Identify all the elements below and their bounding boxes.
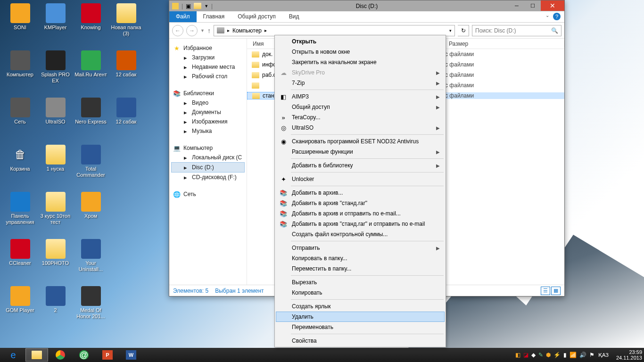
- menu-item[interactable]: ◎UltraISO▶: [276, 123, 445, 133]
- tab-share[interactable]: Общий доступ: [231, 11, 282, 22]
- recent-dropdown-icon[interactable]: ▼: [200, 28, 205, 33]
- nav-network-header[interactable]: 🌐Сеть: [171, 189, 245, 199]
- desktop-icon[interactable]: Total Commander: [73, 144, 108, 184]
- system-tray[interactable]: ◧ ◪ ◆ ✎ ⬢ ⚡ ▮ 📶 🔊 ⚑: [515, 352, 594, 358]
- menu-item[interactable]: Закрепить на начальном экране: [276, 57, 445, 67]
- taskbar-explorer[interactable]: [25, 348, 48, 362]
- nav-item[interactable]: ▸Disc (D:): [171, 162, 245, 173]
- breadcrumb-computer[interactable]: Компьютер: [232, 27, 262, 34]
- nav-computer-header[interactable]: 💻Компьютер: [171, 143, 245, 153]
- nav-item[interactable]: ▸Недавние места: [171, 62, 245, 72]
- refresh-button[interactable]: ↻: [458, 25, 469, 36]
- menu-item[interactable]: Открыть в новом окне: [276, 47, 445, 57]
- menu-item[interactable]: 📚Добавить в архив...: [276, 188, 445, 198]
- menu-item[interactable]: Открыть: [276, 36, 445, 47]
- desktop-icon[interactable]: Nero Express: [73, 97, 108, 137]
- menu-item[interactable]: 📚Добавить в архив и отправить по e-mail.…: [276, 208, 445, 219]
- menu-item[interactable]: ◉Сканировать программой ESET NOD32 Antiv…: [276, 136, 445, 147]
- tray-icon[interactable]: ▮: [563, 352, 567, 358]
- nav-item[interactable]: ▸Документы: [171, 107, 245, 117]
- menu-item[interactable]: Переименовать: [276, 322, 445, 332]
- desktop-icon[interactable]: KMPlayer: [38, 2, 73, 42]
- taskbar-chrome[interactable]: [49, 348, 72, 362]
- nav-item[interactable]: ▸Музыка: [171, 126, 245, 136]
- menu-item[interactable]: 7-Zip▶: [276, 78, 445, 88]
- desktop-icon[interactable]: Панель управления: [2, 191, 38, 231]
- desktop-icon[interactable]: 12 сабак: [108, 49, 144, 90]
- menu-item[interactable]: 📚Добавить в архив "станд.rar": [276, 198, 445, 208]
- desktop-icon[interactable]: Новая папка (3): [108, 2, 144, 42]
- nav-item[interactable]: ▸Рабочий стол: [171, 72, 245, 81]
- desktop-icon[interactable]: Splash PRO EX: [38, 49, 73, 90]
- search-icon[interactable]: 🔍: [551, 27, 558, 34]
- tray-icon[interactable]: ◆: [531, 352, 536, 358]
- desktop-icon[interactable]: 3 курс 10топ тест: [38, 191, 73, 231]
- desktop-icon[interactable]: CCleaner: [2, 238, 38, 278]
- menu-item[interactable]: Удалить: [276, 312, 445, 322]
- desktop-icon[interactable]: UltraISO: [38, 97, 73, 137]
- ribbon-expand-icon[interactable]: ⌄: [545, 13, 549, 20]
- desktop-icon[interactable]: 100PHOTO: [38, 238, 73, 278]
- desktop-icon[interactable]: Medal Of Honor 201...: [73, 285, 108, 325]
- menu-item[interactable]: Общий доступ▶: [276, 102, 445, 112]
- menu-item[interactable]: 📚Добавить в архив "станд.rar" и отправит…: [276, 219, 445, 229]
- tray-icon[interactable]: ✎: [538, 352, 543, 358]
- menu-item[interactable]: Свойства: [276, 336, 445, 346]
- address-bar[interactable]: ▸ Компьютер ▸ ▾: [214, 25, 455, 36]
- column-size[interactable]: Размер: [445, 41, 564, 47]
- nav-item[interactable]: ▸Загрузки: [171, 53, 245, 62]
- tray-flag-icon[interactable]: ⚑: [589, 352, 594, 358]
- desktop-icon[interactable]: Mail.Ru Агент: [73, 49, 108, 90]
- tray-icon[interactable]: ⬢: [546, 352, 551, 358]
- qat-icon[interactable]: [172, 3, 179, 9]
- close-button[interactable]: ✕: [541, 0, 564, 11]
- menu-item[interactable]: Создать файл контрольной суммы...: [276, 229, 445, 239]
- titlebar[interactable]: | ▣ ▼ | Disc (D:) ─ ☐ ✕: [169, 0, 564, 11]
- desktop-icon[interactable]: 12 сабак: [108, 97, 144, 137]
- help-icon[interactable]: ?: [553, 13, 561, 20]
- desktop-icon[interactable]: Your Uninstall...: [73, 238, 108, 278]
- nav-item[interactable]: ▸Видео: [171, 98, 245, 107]
- qat-props-icon[interactable]: ▣: [186, 3, 191, 9]
- maximize-button[interactable]: ☐: [525, 0, 541, 11]
- tab-file[interactable]: Файл: [169, 11, 197, 22]
- desktop-icon[interactable]: 2: [38, 285, 73, 325]
- up-button[interactable]: ↑: [207, 27, 211, 34]
- tray-icon[interactable]: ◪: [523, 352, 528, 358]
- search-box[interactable]: Поиск: Disc (D:) 🔍: [472, 25, 561, 36]
- minimize-button[interactable]: ─: [509, 0, 525, 11]
- addr-dropdown-icon[interactable]: ▾: [449, 28, 452, 33]
- view-details-button[interactable]: ☰: [541, 287, 550, 295]
- nav-favorites-header[interactable]: ★Избранное: [171, 43, 245, 53]
- menu-item[interactable]: Вырезать: [276, 277, 445, 288]
- nav-item[interactable]: ▸Локальный диск (C: [171, 153, 245, 162]
- nav-item[interactable]: ▸CD-дисковод (F:): [171, 173, 245, 182]
- desktop-icon[interactable]: GOM Player: [2, 285, 38, 325]
- menu-item[interactable]: Отправить▶: [276, 243, 445, 253]
- menu-item[interactable]: Переместить в папку...: [276, 263, 445, 274]
- desktop-icon[interactable]: Сеть: [2, 97, 38, 137]
- tray-network-icon[interactable]: 📶: [570, 352, 577, 358]
- menu-item[interactable]: ✦Unlocker: [276, 174, 445, 184]
- menu-item[interactable]: Расширенные функции▶: [276, 147, 445, 157]
- nav-libraries-header[interactable]: 📚Библиотеки: [171, 89, 245, 98]
- desktop-icon[interactable]: Knowing: [73, 2, 108, 42]
- menu-item[interactable]: Копировать: [276, 288, 445, 298]
- taskbar-word[interactable]: W: [120, 348, 142, 362]
- menu-item[interactable]: Копировать в папку...: [276, 253, 445, 263]
- menu-item[interactable]: Создать ярлык: [276, 301, 445, 312]
- desktop-icon[interactable]: Компьютер: [2, 49, 38, 90]
- tray-icon[interactable]: ⚡: [553, 352, 561, 358]
- desktop-icon[interactable]: 1 нуска: [38, 144, 73, 184]
- qat-down-icon[interactable]: ▼: [204, 4, 208, 8]
- menu-item[interactable]: ◧AIMP3▶: [276, 91, 445, 102]
- tray-volume-icon[interactable]: 🔊: [579, 352, 586, 358]
- taskbar-mailru[interactable]: @: [73, 348, 95, 362]
- language-indicator[interactable]: ҚАЗ: [598, 352, 609, 358]
- taskbar-ie[interactable]: e: [2, 348, 25, 362]
- desktop-icon[interactable]: 🗑Корзина: [2, 144, 38, 184]
- desktop-icon[interactable]: Хром: [73, 191, 108, 231]
- taskbar-powerpoint[interactable]: P: [96, 348, 119, 362]
- tray-icon[interactable]: ◧: [515, 352, 520, 358]
- nav-item[interactable]: ▸Изображения: [171, 117, 245, 126]
